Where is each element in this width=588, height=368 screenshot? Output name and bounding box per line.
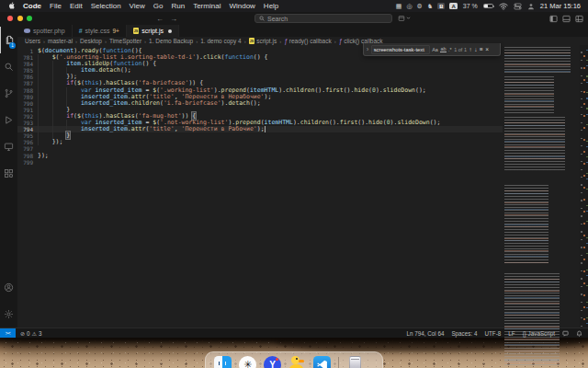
status-icon-gear[interactable]: ⚙ xyxy=(417,3,423,9)
new-window-button[interactable] xyxy=(398,15,411,22)
wifi-icon[interactable] xyxy=(499,3,508,10)
search-view-icon[interactable] xyxy=(0,53,17,80)
menu-item-help[interactable]: Help xyxy=(264,2,278,10)
breadcrumb-item[interactable]: Desktop xyxy=(80,38,102,44)
menu-item-run[interactable]: Run xyxy=(171,2,185,10)
code-line-790[interactable]: 790inserted_item.children('i.fa-briefcas… xyxy=(17,100,503,107)
extensions-icon[interactable] xyxy=(0,160,17,187)
find-input[interactable]: screenshots-task-text xyxy=(371,45,430,54)
breadcrumb-label: ready() callback xyxy=(289,38,332,44)
menu-item-window[interactable]: Window xyxy=(229,2,254,10)
breadcrumb-item[interactable]: ƒready() callback xyxy=(284,38,332,44)
trash-dock-icon[interactable] xyxy=(349,356,361,368)
breadcrumb-separator-icon: › xyxy=(279,39,281,44)
yandex-dock-icon[interactable]: Y xyxy=(264,356,281,368)
control-center-icon[interactable] xyxy=(514,3,522,10)
code-text: } xyxy=(38,107,70,113)
tab-style.css[interactable]: #style.css9+ xyxy=(73,25,127,37)
code-line-798[interactable]: 798}); xyxy=(17,153,503,159)
vscode-window: ← → Search 1 xyxy=(0,12,588,338)
css-file-icon: # xyxy=(79,28,83,34)
breadcrumb-separator-icon: › xyxy=(244,39,246,44)
remote-explorer-icon[interactable] xyxy=(0,133,17,160)
apple-menu-icon[interactable] xyxy=(7,2,15,10)
finder-dock-icon[interactable] xyxy=(214,356,232,368)
breadcrumb-separator-icon: › xyxy=(144,39,146,44)
encoding-setting[interactable]: UTF-8 xyxy=(484,330,501,337)
status-icon-paw[interactable]: ♞ xyxy=(427,3,433,9)
back-button[interactable]: ← xyxy=(156,15,164,23)
feedback-icon[interactable] xyxy=(562,330,569,337)
code-line-799[interactable]: 799 xyxy=(17,159,503,166)
warnings-icon: ⚠ xyxy=(32,330,37,337)
line-number: 788 xyxy=(17,87,38,94)
zoom-window-button[interactable] xyxy=(27,16,32,21)
close-window-button[interactable] xyxy=(7,16,13,21)
toggle-sidebar-icon[interactable] xyxy=(549,15,558,23)
previous-match-button[interactable]: ↑ xyxy=(469,46,471,52)
command-center-search[interactable]: Search xyxy=(254,14,392,23)
close-find-button[interactable]: × xyxy=(485,46,489,52)
code-line-797[interactable]: 797 xyxy=(17,145,503,152)
find-replace-toggle-icon[interactable]: › xyxy=(367,46,368,52)
menubar-status-area: ▦◎⚙♞BA 37 % 21 Mar 15:16 xyxy=(396,2,581,10)
menu-item-edit[interactable]: Edit xyxy=(70,2,83,10)
code-line-785[interactable]: 785item.detach(); xyxy=(17,67,503,74)
status-icon-keyboard[interactable]: ▦ xyxy=(396,3,402,9)
code-line-794[interactable]: 794inserted_item.attr('title', 'Перенест… xyxy=(17,126,503,132)
overview-ruler-scrollbar[interactable] xyxy=(580,45,588,328)
status-icon-ring[interactable]: ◎ xyxy=(406,3,412,9)
line-number: 794 xyxy=(17,126,38,132)
breadcrumb: Users›master-al›Desktop›TimeSpotter›1. D… xyxy=(17,37,588,45)
breadcrumb-item[interactable]: Users xyxy=(25,38,40,44)
forward-button[interactable]: → xyxy=(170,15,177,23)
breadcrumb-item[interactable]: 1. demo copy 4 xyxy=(200,38,241,44)
menubar-clock[interactable]: 21 Mar 15:16 xyxy=(540,2,581,10)
menu-item-file[interactable]: File xyxy=(50,2,62,10)
problems-indicator[interactable]: ⊘ 0 ⚠ 3 xyxy=(20,330,41,337)
breadcrumb-item[interactable]: 1. Demo Backup xyxy=(149,38,193,44)
code-line-796[interactable]: 796}); xyxy=(17,139,503,145)
breadcrumb-item[interactable]: master-al xyxy=(48,38,73,44)
menu-item-code[interactable]: Code xyxy=(23,2,41,10)
next-match-button[interactable]: ↓ xyxy=(474,46,477,52)
tab-script.js[interactable]: JSscript.js xyxy=(127,25,179,37)
vscode-dock-icon[interactable] xyxy=(313,356,331,368)
indent-guide xyxy=(38,61,52,67)
cursor-position[interactable]: Ln 794, Col 64 xyxy=(406,330,444,337)
indent-guide xyxy=(38,126,52,132)
user-account-icon[interactable] xyxy=(527,3,535,10)
remote-indicator[interactable]: >< xyxy=(0,328,16,338)
toggle-panel-icon[interactable] xyxy=(562,15,571,23)
menu-item-view[interactable]: View xyxy=(130,2,145,10)
php-file-icon xyxy=(24,29,30,33)
breadcrumb-item[interactable]: JSscript.js xyxy=(249,38,277,44)
match-case-button[interactable]: Aa xyxy=(432,47,438,52)
minimap[interactable] xyxy=(503,45,580,328)
status-icon-input-source[interactable]: A xyxy=(449,3,457,9)
duck-dock-icon[interactable] xyxy=(288,356,306,368)
accounts-icon[interactable] xyxy=(0,274,17,301)
whole-word-button[interactable]: ab xyxy=(440,46,446,52)
explorer-icon[interactable]: 1 xyxy=(0,27,17,53)
source-control-icon[interactable] xyxy=(0,80,17,107)
status-icon-bitwarden[interactable]: B xyxy=(437,3,445,9)
indent-guide xyxy=(38,120,52,126)
customize-layout-icon[interactable] xyxy=(575,15,583,23)
code-line-795[interactable]: 795} xyxy=(17,132,503,139)
indent-guide xyxy=(38,74,52,80)
breadcrumb-item[interactable]: TimeSpotter xyxy=(109,38,141,44)
chatgpt-dock-icon[interactable]: ✳ xyxy=(239,356,256,368)
battery-icon[interactable] xyxy=(483,4,493,9)
indentation-setting[interactable]: Spaces: 4 xyxy=(451,330,477,337)
tab-spotter.php[interactable]: spotter.php xyxy=(17,25,73,37)
menu-item-selection[interactable]: Selection xyxy=(91,2,121,10)
menu-item-go[interactable]: Go xyxy=(153,2,164,10)
menu-item-terminal[interactable]: Terminal xyxy=(193,2,220,10)
minimize-window-button[interactable] xyxy=(17,16,23,21)
run-debug-icon[interactable] xyxy=(0,107,17,133)
notifications-bell-icon[interactable] xyxy=(576,330,582,337)
settings-gear-icon[interactable] xyxy=(0,301,17,328)
find-in-selection-button[interactable]: ≡ xyxy=(480,46,483,52)
regex-button[interactable]: .* xyxy=(448,47,452,52)
